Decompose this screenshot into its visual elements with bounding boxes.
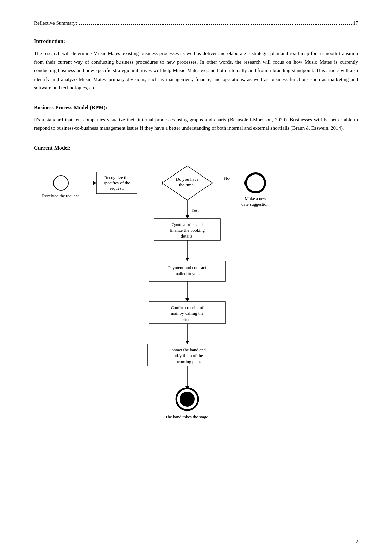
page: Reflective Summary: 17 Introduction: The… <box>0 0 392 555</box>
end-no-label-line2: date suggestion. <box>241 202 270 207</box>
recognize-label-line1: Recognize the <box>104 175 129 180</box>
toc-line: Reflective Summary: 17 <box>34 20 358 26</box>
diamond-label-line2: the time? <box>179 182 195 187</box>
arrowhead-diamond-yes <box>185 215 189 219</box>
quote-label-line2: finalize the booking <box>170 228 205 233</box>
end-circle-no <box>246 173 265 192</box>
diagram: Recognize the specifics of the request. … <box>34 156 358 461</box>
no-label: No <box>224 176 230 181</box>
arrowhead-payment-confirm <box>185 298 189 302</box>
contact-label-line3: upcoming plan. <box>174 359 201 364</box>
yes-label: Yes. <box>191 208 199 213</box>
quote-label-line3: details. <box>181 233 193 239</box>
start-label-line1: Received the request. <box>42 193 80 198</box>
contact-label-line1: Contact the band and <box>169 347 206 352</box>
end-no-label-line1: Make a new <box>245 196 266 201</box>
current-model-heading: Current Model: <box>34 145 358 151</box>
arrowhead-confirm-contact <box>185 341 189 344</box>
introduction-paragraph: The research will determine Music Mates'… <box>34 49 358 92</box>
arrowhead-start-recognize <box>93 181 96 185</box>
start-circle <box>53 176 68 190</box>
bpm-paragraph: It's a standard that lets companies visu… <box>34 116 358 133</box>
confirm-label-line1: Confirm receipt of <box>171 305 204 310</box>
confirm-label-line3: client. <box>182 317 193 322</box>
contact-label-line2: notify them of the <box>171 353 203 358</box>
toc-item-label: Reflective Summary: <box>34 20 77 26</box>
arrowhead-quote-payment <box>185 258 189 261</box>
toc-item-page: 17 <box>353 20 358 26</box>
bpm-heading: Business Process Model (BPM): <box>34 105 358 111</box>
quote-label-line1: Quote a price and <box>172 222 203 227</box>
page-number: 2 <box>356 539 358 545</box>
confirm-label-line2: mail by calling the <box>171 311 203 316</box>
toc-dots <box>79 20 352 25</box>
introduction-heading: Introduction: <box>34 38 358 44</box>
end-circle-final-inner <box>180 392 195 407</box>
diamond-label-line1: Do you have <box>176 177 199 182</box>
recognize-label-line3: request. <box>110 186 124 191</box>
payment-label-line2: mailed to you. <box>175 271 200 276</box>
recognize-label-line2: specifics of the <box>104 180 130 185</box>
end-label: The band takes the stage. <box>165 414 209 419</box>
payment-label-line1: Payment and contract <box>168 265 206 270</box>
diagram-svg: Recognize the specifics of the request. … <box>34 156 358 461</box>
